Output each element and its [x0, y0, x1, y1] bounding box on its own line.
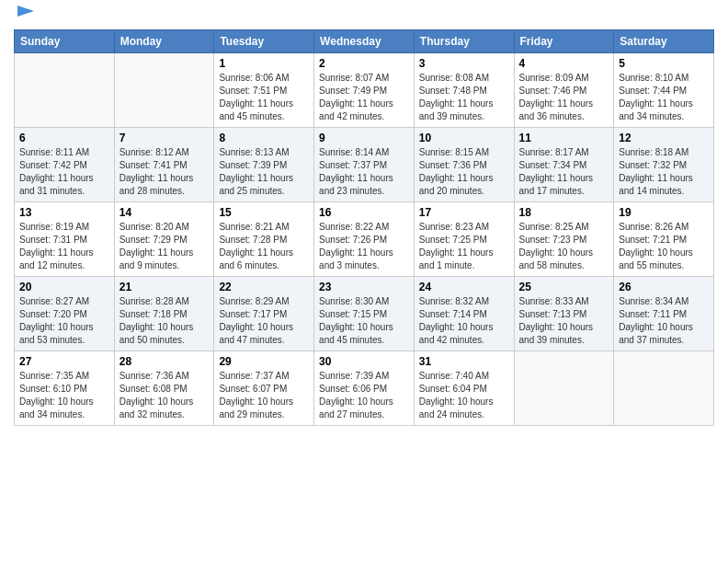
day-info: Sunrise: 8:21 AM Sunset: 7:28 PM Dayligh…	[219, 221, 309, 272]
day-number: 9	[319, 132, 409, 144]
logo	[14, 13, 36, 24]
day-info: Sunrise: 8:30 AM Sunset: 7:15 PM Dayligh…	[319, 295, 409, 347]
calendar-cell: 5Sunrise: 8:10 AM Sunset: 7:44 PM Daylig…	[614, 53, 714, 128]
day-info: Sunrise: 8:34 AM Sunset: 7:11 PM Dayligh…	[619, 295, 709, 347]
day-info: Sunrise: 8:25 AM Sunset: 7:23 PM Dayligh…	[519, 221, 609, 272]
calendar-cell: 8Sunrise: 8:13 AM Sunset: 7:39 PM Daylig…	[214, 128, 314, 202]
day-info: Sunrise: 8:08 AM Sunset: 7:48 PM Dayligh…	[419, 72, 509, 123]
calendar-cell: 15Sunrise: 8:21 AM Sunset: 7:28 PM Dayli…	[214, 202, 314, 277]
day-info: Sunrise: 8:27 AM Sunset: 7:20 PM Dayligh…	[19, 295, 109, 347]
day-info: Sunrise: 8:23 AM Sunset: 7:25 PM Dayligh…	[419, 221, 509, 272]
day-info: Sunrise: 8:19 AM Sunset: 7:31 PM Dayligh…	[19, 221, 109, 272]
day-number: 3	[419, 57, 509, 70]
day-info: Sunrise: 8:07 AM Sunset: 7:49 PM Dayligh…	[319, 72, 409, 123]
day-number: 14	[119, 206, 210, 219]
day-info: Sunrise: 8:17 AM Sunset: 7:34 PM Dayligh…	[519, 146, 609, 198]
calendar-header-monday: Monday	[114, 30, 214, 53]
calendar-cell: 9Sunrise: 8:14 AM Sunset: 7:37 PM Daylig…	[314, 128, 415, 202]
calendar-cell: 17Sunrise: 8:23 AM Sunset: 7:25 PM Dayli…	[414, 202, 514, 277]
calendar-cell	[514, 351, 614, 426]
day-number: 20	[19, 281, 109, 293]
calendar-cell: 27Sunrise: 7:35 AM Sunset: 6:10 PM Dayli…	[15, 351, 115, 426]
day-number: 2	[319, 57, 409, 70]
day-number: 5	[619, 57, 709, 70]
calendar-week-row: 27Sunrise: 7:35 AM Sunset: 6:10 PM Dayli…	[15, 351, 714, 426]
day-number: 13	[19, 206, 109, 219]
day-number: 18	[519, 206, 609, 219]
day-number: 27	[19, 355, 109, 368]
day-info: Sunrise: 7:39 AM Sunset: 6:06 PM Dayligh…	[319, 370, 409, 421]
day-info: Sunrise: 8:29 AM Sunset: 7:17 PM Dayligh…	[219, 295, 309, 347]
calendar-cell: 21Sunrise: 8:28 AM Sunset: 7:18 PM Dayli…	[114, 277, 214, 351]
calendar-cell: 3Sunrise: 8:08 AM Sunset: 7:48 PM Daylig…	[414, 53, 514, 128]
day-number: 17	[419, 206, 509, 219]
calendar-cell: 25Sunrise: 8:33 AM Sunset: 7:13 PM Dayli…	[514, 277, 614, 351]
calendar-cell: 26Sunrise: 8:34 AM Sunset: 7:11 PM Dayli…	[614, 277, 714, 351]
calendar-header-tuesday: Tuesday	[214, 30, 314, 53]
calendar-cell: 16Sunrise: 8:22 AM Sunset: 7:26 PM Dayli…	[314, 202, 415, 277]
day-number: 22	[219, 281, 309, 293]
calendar-week-row: 13Sunrise: 8:19 AM Sunset: 7:31 PM Dayli…	[15, 202, 714, 277]
day-info: Sunrise: 8:10 AM Sunset: 7:44 PM Dayligh…	[619, 72, 709, 123]
calendar-header-friday: Friday	[514, 30, 614, 53]
day-info: Sunrise: 8:06 AM Sunset: 7:51 PM Dayligh…	[219, 72, 309, 123]
day-info: Sunrise: 8:28 AM Sunset: 7:18 PM Dayligh…	[119, 295, 210, 347]
day-info: Sunrise: 7:40 AM Sunset: 6:04 PM Dayligh…	[419, 370, 509, 421]
day-info: Sunrise: 8:11 AM Sunset: 7:42 PM Dayligh…	[19, 146, 109, 198]
day-number: 24	[419, 281, 509, 293]
day-info: Sunrise: 8:15 AM Sunset: 7:36 PM Dayligh…	[419, 146, 509, 198]
day-number: 30	[319, 355, 409, 368]
day-number: 16	[319, 206, 409, 219]
calendar-cell: 31Sunrise: 7:40 AM Sunset: 6:04 PM Dayli…	[414, 351, 514, 426]
day-number: 23	[319, 281, 409, 293]
calendar-cell: 6Sunrise: 8:11 AM Sunset: 7:42 PM Daylig…	[15, 128, 115, 202]
day-number: 28	[119, 355, 210, 368]
calendar-cell: 18Sunrise: 8:25 AM Sunset: 7:23 PM Dayli…	[514, 202, 614, 277]
day-info: Sunrise: 8:09 AM Sunset: 7:46 PM Dayligh…	[519, 72, 609, 123]
calendar-cell: 7Sunrise: 8:12 AM Sunset: 7:41 PM Daylig…	[114, 128, 214, 202]
logo-flag-icon	[16, 4, 36, 24]
calendar-cell: 23Sunrise: 8:30 AM Sunset: 7:15 PM Dayli…	[314, 277, 415, 351]
day-info: Sunrise: 8:26 AM Sunset: 7:21 PM Dayligh…	[619, 221, 709, 272]
header	[14, 9, 714, 24]
day-info: Sunrise: 8:13 AM Sunset: 7:39 PM Dayligh…	[219, 146, 309, 198]
day-number: 10	[419, 132, 509, 144]
calendar-cell: 19Sunrise: 8:26 AM Sunset: 7:21 PM Dayli…	[614, 202, 714, 277]
calendar-cell: 30Sunrise: 7:39 AM Sunset: 6:06 PM Dayli…	[314, 351, 415, 426]
day-info: Sunrise: 8:32 AM Sunset: 7:14 PM Dayligh…	[419, 295, 509, 347]
day-info: Sunrise: 8:18 AM Sunset: 7:32 PM Dayligh…	[619, 146, 709, 198]
calendar-header-row: SundayMondayTuesdayWednesdayThursdayFrid…	[15, 30, 714, 53]
day-info: Sunrise: 8:12 AM Sunset: 7:41 PM Dayligh…	[119, 146, 210, 198]
calendar-cell: 11Sunrise: 8:17 AM Sunset: 7:34 PM Dayli…	[514, 128, 614, 202]
day-info: Sunrise: 8:22 AM Sunset: 7:26 PM Dayligh…	[319, 221, 409, 272]
day-info: Sunrise: 8:14 AM Sunset: 7:37 PM Dayligh…	[319, 146, 409, 198]
calendar-cell: 13Sunrise: 8:19 AM Sunset: 7:31 PM Dayli…	[15, 202, 115, 277]
day-info: Sunrise: 7:36 AM Sunset: 6:08 PM Dayligh…	[119, 370, 210, 421]
day-number: 21	[119, 281, 210, 293]
day-number: 11	[519, 132, 609, 144]
day-number: 1	[219, 57, 309, 70]
day-info: Sunrise: 8:20 AM Sunset: 7:29 PM Dayligh…	[119, 221, 210, 272]
day-info: Sunrise: 8:33 AM Sunset: 7:13 PM Dayligh…	[519, 295, 609, 347]
calendar-cell: 28Sunrise: 7:36 AM Sunset: 6:08 PM Dayli…	[114, 351, 214, 426]
calendar-cell: 14Sunrise: 8:20 AM Sunset: 7:29 PM Dayli…	[114, 202, 214, 277]
calendar-cell: 24Sunrise: 8:32 AM Sunset: 7:14 PM Dayli…	[414, 277, 514, 351]
calendar-header-saturday: Saturday	[614, 30, 714, 53]
calendar-cell: 10Sunrise: 8:15 AM Sunset: 7:36 PM Dayli…	[414, 128, 514, 202]
calendar-cell: 29Sunrise: 7:37 AM Sunset: 6:07 PM Dayli…	[214, 351, 314, 426]
day-info: Sunrise: 7:37 AM Sunset: 6:07 PM Dayligh…	[219, 370, 309, 421]
calendar-header-wednesday: Wednesday	[314, 30, 415, 53]
day-number: 8	[219, 132, 309, 144]
calendar-cell	[114, 53, 214, 128]
day-number: 26	[619, 281, 709, 293]
calendar-header-thursday: Thursday	[414, 30, 514, 53]
day-info: Sunrise: 7:35 AM Sunset: 6:10 PM Dayligh…	[19, 370, 109, 421]
calendar-cell: 12Sunrise: 8:18 AM Sunset: 7:32 PM Dayli…	[614, 128, 714, 202]
day-number: 29	[219, 355, 309, 368]
day-number: 12	[619, 132, 709, 144]
day-number: 19	[619, 206, 709, 219]
day-number: 4	[519, 57, 609, 70]
calendar-header-sunday: Sunday	[15, 30, 115, 53]
calendar-cell	[614, 351, 714, 426]
day-number: 7	[119, 132, 210, 144]
